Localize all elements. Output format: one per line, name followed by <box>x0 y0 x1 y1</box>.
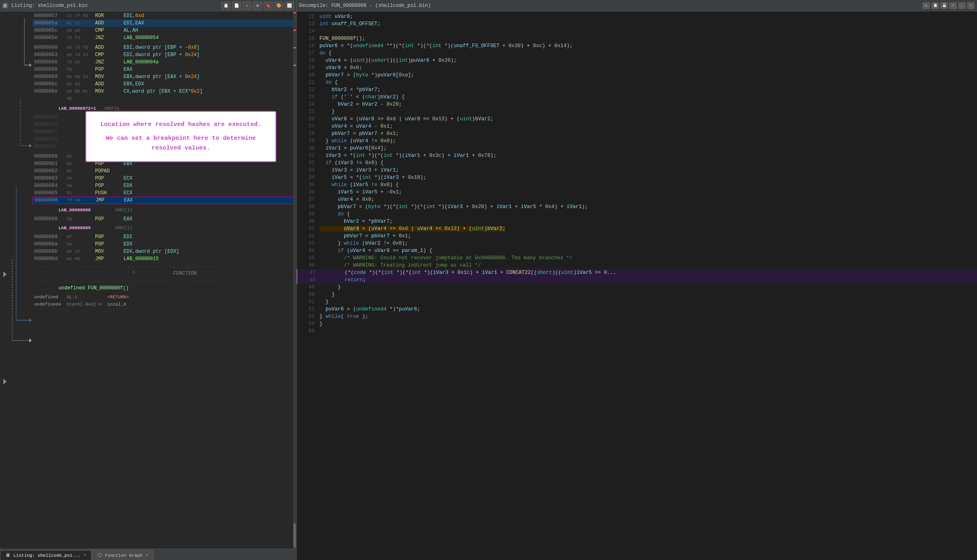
scroll-indicator <box>293 47 296 48</box>
table-row[interactable]: 0000008a 5a POP EDX <box>33 241 296 248</box>
svg-marker-5 <box>29 144 32 148</box>
code-line-17: 17 do { <box>297 50 977 57</box>
code-line-40: 40 bVar2 = *pbVar7; <box>297 218 977 225</box>
code-line-15: 15 FUN_0000008f(); <box>297 35 977 42</box>
function-graph-tab-label: Function Graph <box>105 553 142 558</box>
top-bar: 🖥 Listing: shellcode_ps1.bin 📋 📄 ↖ ⊞ 🔖 🎨… <box>0 0 977 11</box>
code-line-14: 14 <box>297 28 977 35</box>
table-row[interactable]: 00000068 58 POP EAX <box>33 66 296 73</box>
code-line-19: 19 uVar8 = 0x0; <box>297 64 977 72</box>
code-line-43: 43 } while (bVar2 != 0x0); <box>297 240 977 247</box>
code-line-31: 31 iVar3 = *(int *)(*(int *)(iVar1 + 0x3… <box>297 152 977 159</box>
refresh-btn[interactable]: ↻ <box>923 2 930 9</box>
code-line-45: 45 /* WARNING: Could not recover jumptab… <box>297 254 977 262</box>
annotation-line3: We can set a breakpoint here to determin… <box>94 134 267 153</box>
save-btn[interactable]: 💾 <box>940 2 948 9</box>
scroll-indicator <box>293 30 296 31</box>
tab-listing[interactable]: 🖥 Listing: shellcode_ps1... × <box>0 550 91 560</box>
table-row[interactable]: 00000060 03 7d f8 ADD EDI,dword ptr [EBP… <box>33 44 296 51</box>
decompile-panel: 12 uint uVar8; 13 int unaff_FS_OFFSET; 1… <box>297 11 977 560</box>
label-row: LAB_00000089 XREF[1] <box>33 224 296 232</box>
separator-row: ........................................… <box>33 263 296 270</box>
left-window-title: Listing: shellcode_ps1.bin <box>11 3 87 9</box>
code-line-33: 33 iVar3 = iVar3 + iVar1; <box>297 167 977 174</box>
scroll-thumb[interactable] <box>293 523 296 548</box>
graph-tab-close[interactable]: × <box>145 553 148 558</box>
code-line-38: 38 pbVar7 = (byte *)(*(int *)(*(int *)(i… <box>297 203 977 211</box>
copy-btn-r[interactable]: 📋 <box>931 2 939 9</box>
bookmark-btn[interactable]: 🔖 <box>264 2 273 10</box>
listing-tab-close[interactable]: × <box>84 553 86 558</box>
grid-btn[interactable]: ⊞ <box>253 2 262 10</box>
code-line-35: 35 while (iVar5 != 0x0) { <box>297 181 977 189</box>
table-row[interactable]: 00000084 5a POP EDX <box>33 182 296 189</box>
main-content: ▶ ▶ 00000057 c1 cf 0d ROR EDI,0xd 000000… <box>0 11 977 560</box>
code-line-18: 18 uVar4 = (uint)(ushort)((int)puVar6 + … <box>297 57 977 64</box>
svg-text:▶: ▶ <box>3 269 7 280</box>
annotation-popup: Location where resolved hashes are execu… <box>85 111 276 162</box>
expand-btn[interactable]: ⤢ <box>949 2 957 9</box>
table-row[interactable]: 00000089 5f POP EDI <box>33 233 296 241</box>
table-row[interactable]: 0000006e 66 8b 0c MOV CX,word ptr [EBX +… <box>33 88 296 95</box>
table-row: 4b <box>33 95 296 102</box>
color-btn[interactable]: 🎨 <box>274 2 283 10</box>
code-line-52: 52 puVar6 = (undefined4 *)*puVar6; <box>297 306 977 313</box>
table-row[interactable]: 0000005a 01 c7 ADD EDI,EAX <box>33 20 296 27</box>
code-line-39: 39 do { <box>297 211 977 218</box>
svg-marker-8 <box>29 318 32 322</box>
right-window-title: Decompile: FUN_00000000 - (shellcode_ps1… <box>299 3 431 9</box>
code-line-29: 29 } while (uVar4 != 0x0); <box>297 137 977 145</box>
separator-row: ........................................… <box>33 277 296 284</box>
listing-scrollbar[interactable] <box>293 11 296 549</box>
table-row[interactable]: 0000005e 75 f4 JNZ LAB_00000054 <box>33 34 296 41</box>
bottom-tabs: 🖥 Listing: shellcode_ps1... × ⬡ Function… <box>0 549 296 560</box>
copy-btn[interactable]: 📋 <box>221 2 230 10</box>
selected-instruction-row[interactable]: 00000086 ff e0 JMP EAX <box>33 197 296 204</box>
code-line-55: 55 <box>297 328 977 335</box>
table-row[interactable]: 00000057 c1 cf 0d ROR EDI,0xd <box>33 12 296 20</box>
table-row[interactable]: 0000008d eb 86 JMP LAB_00000015 <box>33 255 296 263</box>
table-row[interactable]: 00000083 59 POP ECX <box>33 175 296 182</box>
code-line-34: 34 iVar5 = *(int *)(iVar3 + 0x18); <box>297 174 977 181</box>
table-row[interactable]: 00000069 8b 58 24 MOV EBX,dword ptr [EAX… <box>33 73 296 80</box>
code-line-41: 41 uVar4 = (uVar4 >> 0xd | uVar4 << 0x13… <box>297 225 977 232</box>
code-line-47: 47 (*(code *)(*(int *)(*(int *)(iVar3 + … <box>297 269 977 276</box>
code-line-44: 44 if (uVar4 + uVar8 == param_1) { <box>297 247 977 254</box>
table-row[interactable]: 0000006c 01 d3 ADD EBX,EDX <box>33 80 296 88</box>
paste-btn[interactable]: 📄 <box>232 2 241 10</box>
code-line-23: 23 if ('`' < (char)bVar2) { <box>297 93 977 101</box>
toolbar-icons: 📋 📄 ↖ ⊞ 🔖 🎨 ⬜ <box>221 2 294 10</box>
svg-text:▶: ▶ <box>3 376 7 387</box>
graph-tab-icon: ⬡ <box>98 552 102 558</box>
scroll-indicator <box>293 12 296 13</box>
table-row[interactable]: 0000005c 38 e0 CMP AL,AH <box>33 27 296 34</box>
cursor-btn[interactable]: ↖ <box>243 2 252 10</box>
table-row[interactable]: 00000082 61 POPAD <box>33 167 296 175</box>
code-line-54: 54 } <box>297 320 977 328</box>
listing-panel: ▶ ▶ 00000057 c1 cf 0d ROR EDI,0xd 000000… <box>0 11 297 560</box>
code-line-26: 26 uVar8 = (uVar8 >> 0xd | uVar8 << 0x13… <box>297 115 977 123</box>
code-line-46: 46 /* WARNING: Treating indirect jump as… <box>297 262 977 269</box>
code-line-36: 36 iVar5 = iVar5 + -0x1; <box>297 189 977 196</box>
listing-tab-label: Listing: shellcode_ps1... <box>13 553 80 558</box>
left-window-titlebar: 🖥 Listing: shellcode_ps1.bin 📋 📄 ↖ ⊞ 🔖 🎨… <box>0 0 297 11</box>
label-row: LAB_00000088 XREF[1] <box>33 206 296 214</box>
code-line-49: 49 } <box>297 284 977 291</box>
code-line-28: 28 pbVar7 = pbVar7 + 0x1; <box>297 130 977 137</box>
table-row[interactable]: 0000008b 8b 12 MOV EDX,dword ptr [EDX] <box>33 248 296 255</box>
close-btn-r[interactable]: × <box>967 2 975 9</box>
table-row[interactable]: 00000063 3b 7d 24 CMP EDI,dword ptr [EBP… <box>33 51 296 59</box>
code-line-37: 37 uVar4 = 0x0; <box>297 196 977 203</box>
table-row[interactable]: 00000066 75 e2 JNZ LAB_0000004a <box>33 59 296 66</box>
window-btn[interactable]: ⬜ <box>285 2 294 10</box>
decompile-scroll[interactable]: 12 uint uVar8; 13 int unaff_FS_OFFSET; 1… <box>297 11 977 560</box>
listing-scroll[interactable]: 00000057 c1 cf 0d ROR EDI,0xd 0000005a 0… <box>33 11 296 549</box>
tab-function-graph[interactable]: ⬡ Function Graph × <box>92 550 153 560</box>
min-btn[interactable]: _ <box>958 2 966 9</box>
code-line-48: 48 return; <box>297 276 977 284</box>
code-line-53: 53 } while( true ); <box>297 313 977 320</box>
code-line-27: 27 uVar4 = uVar4 - 0x1; <box>297 123 977 130</box>
table-row[interactable]: 00000085 51 PUSH ECX <box>33 189 296 197</box>
table-row[interactable]: 00000088 58 POP EAX <box>33 215 296 223</box>
annotation-line1: Location where resolved hashes are execu… <box>94 120 267 130</box>
